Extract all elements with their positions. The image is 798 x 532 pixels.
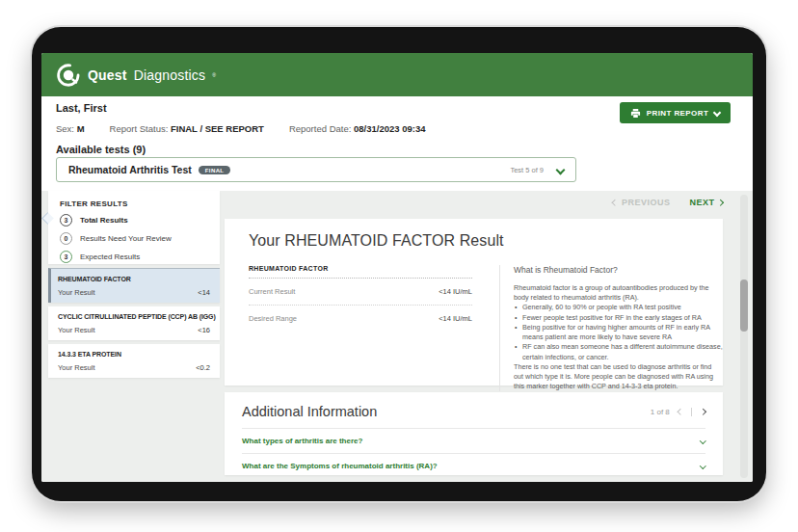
selected-test-name: Rheumatoid Arthritis Test <box>68 164 192 175</box>
previous-label: PREVIOUS <box>622 198 671 207</box>
info-body: Rheumatoid factor is a group of autoanti… <box>514 283 723 391</box>
additional-pagination: 1 of 8 <box>651 408 705 416</box>
additional-information-title: Additional Information <box>242 404 377 419</box>
report-status-label: Report Status: <box>110 123 169 134</box>
reported-date-value: 08/31/2023 09:34 <box>354 123 425 134</box>
marker-info-panel: What is Rheumatoid Factor? Rheumatoid fa… <box>499 265 723 391</box>
next-label: NEXT <box>689 198 714 207</box>
scrollbar-track[interactable] <box>740 195 748 478</box>
printer-icon <box>630 108 641 119</box>
filter-item-expected-results[interactable]: 3 Expected Results <box>60 251 208 263</box>
info-footer: There is no one test that can be used to… <box>514 362 723 392</box>
chevron-down-icon <box>556 165 566 174</box>
filter-item-label: Total Results <box>80 216 128 225</box>
result-label: Your Result <box>58 288 95 297</box>
row-value: <14 IU/mL <box>439 314 472 323</box>
test-position: Test 5 of 9 <box>510 166 544 174</box>
row-label: Desired Range <box>249 314 297 323</box>
previous-button[interactable]: PREVIOUS <box>613 198 670 207</box>
filter-results-title: FILTER RESULTS <box>60 200 208 208</box>
info-bullet: Generally, 60 to 90% or people with RA t… <box>514 303 723 312</box>
result-card-rheumatoid-factor[interactable]: RHEUMATOID FACTOR Your Result <14 <box>48 268 220 303</box>
logo-text-light: Diagnostics <box>134 67 206 83</box>
result-label: Your Result <box>58 326 95 334</box>
print-report-button[interactable]: PRINT REPORT <box>620 102 731 123</box>
result-table-header: RHEUMATOID FACTOR <box>249 265 472 279</box>
patient-name: Last, First <box>56 102 107 114</box>
filter-results-panel: FILTER RESULTS 3 Total Results 0 Results… <box>48 191 220 264</box>
filter-item-label: Results Need Your Review <box>80 234 172 243</box>
chevron-right-icon[interactable] <box>700 409 705 414</box>
results-region: FILTER RESULTS 3 Total Results 0 Results… <box>41 191 753 482</box>
info-bullet: Being positive for or having higher amou… <box>514 323 723 342</box>
additional-information-card: Additional Information 1 of 8 What types… <box>225 392 723 475</box>
patient-sex: Sex: M <box>56 123 85 134</box>
sex-value: M <box>77 123 85 134</box>
result-value: <14 <box>198 288 210 297</box>
report-status-value: FINAL / SEE REPORT <box>171 123 264 134</box>
pager-divider <box>691 408 692 416</box>
available-tests-heading: Available tests (9) <box>56 144 146 155</box>
filter-item-total-results[interactable]: 3 Total Results <box>60 214 208 226</box>
table-row-current-result: Current Result <14 IU/mL <box>249 279 472 306</box>
app-screen: QuestDiagnostics® Last, First Sex: M Rep… <box>41 53 753 482</box>
chevron-down-icon <box>713 109 721 117</box>
print-report-label: PRINT REPORT <box>647 109 708 118</box>
result-card-eta-protein[interactable]: 14.3.3 ETA PROTEIN Your Result <0.2 <box>48 344 220 378</box>
logo-text-bold: Quest <box>88 67 127 83</box>
chevron-down-icon <box>700 463 705 468</box>
logo-trademark: ® <box>212 72 216 78</box>
chevron-left-icon <box>612 200 618 205</box>
page-indicator: 1 of 8 <box>651 408 670 416</box>
table-row-desired-range: Desired Range <14 IU/mL <box>249 306 472 332</box>
result-name: 14.3.3 ETA PROTEIN <box>58 351 210 358</box>
count-badge: 0 <box>60 232 72 245</box>
test-selector-dropdown[interactable]: Rheumatoid Arthritis Test FINAL Test 5 o… <box>56 157 576 182</box>
question-label: What types of arthritis are there? <box>242 437 362 445</box>
result-name: RHEUMATOID FACTOR <box>58 276 210 282</box>
result-detail-title: Your RHEUMATOID FACTOR Result <box>249 232 723 250</box>
tablet-frame: QuestDiagnostics® Last, First Sex: M Rep… <box>32 27 766 501</box>
chevron-left-icon[interactable] <box>678 409 683 414</box>
info-bullet-list: Generally, 60 to 90% or people with RA t… <box>514 303 723 361</box>
quest-logo: QuestDiagnostics® <box>56 63 216 88</box>
info-title: What is Rheumatoid Factor? <box>514 265 723 275</box>
result-pagination-nav: PREVIOUS NEXT <box>613 198 723 207</box>
count-badge: 3 <box>60 214 72 226</box>
info-bullet: RF can also mean someone has a different… <box>514 342 723 361</box>
info-intro: Rheumatoid factor is a group of autoanti… <box>514 283 723 303</box>
patient-meta-row: Sex: M Report Status: FINAL / SEE REPORT… <box>56 123 425 134</box>
question-label: What are the Symptoms of rheumatoid arth… <box>242 462 438 470</box>
chevron-down-icon <box>700 438 705 443</box>
quest-q-icon <box>56 63 81 88</box>
sex-label: Sex: <box>56 123 74 134</box>
result-label: Your Result <box>58 363 95 372</box>
row-label: Current Result <box>249 287 295 296</box>
result-table: RHEUMATOID FACTOR Current Result <14 IU/… <box>249 265 472 391</box>
accordion-question-ra-symptoms[interactable]: What are the Symptoms of rheumatoid arth… <box>242 453 705 478</box>
scrollbar-thumb[interactable] <box>740 279 748 332</box>
results-sidebar: FILTER RESULTS 3 Total Results 0 Results… <box>48 191 220 378</box>
row-value: <14 IU/mL <box>439 287 472 296</box>
final-status-badge: FINAL <box>199 166 231 174</box>
info-bullet: Fewer people test positive for RF in the… <box>514 313 723 323</box>
selected-filter-arrow-icon <box>41 212 54 225</box>
app-header: QuestDiagnostics® <box>41 53 753 96</box>
filter-item-label: Expected Results <box>80 253 140 261</box>
reported-date: Reported Date: 08/31/2023 09:34 <box>289 123 426 134</box>
result-value: <16 <box>198 326 210 334</box>
filter-item-need-review[interactable]: 0 Results Need Your Review <box>60 232 208 245</box>
result-name: CYCLIC CITRULLINATED PEPTIDE (CCP) AB (I… <box>58 313 210 320</box>
count-badge: 3 <box>60 251 72 263</box>
accordion-question-types-of-arthritis[interactable]: What types of arthritis are there? <box>242 428 705 453</box>
result-card-ccp-ab[interactable]: CYCLIC CITRULLINATED PEPTIDE (CCP) AB (I… <box>48 306 220 340</box>
reported-date-label: Reported Date: <box>289 123 351 134</box>
next-button[interactable]: NEXT <box>689 198 723 207</box>
result-detail-card: Your RHEUMATOID FACTOR Result RHEUMATOID… <box>225 219 723 386</box>
chevron-right-icon <box>717 200 723 205</box>
report-status: Report Status: FINAL / SEE REPORT <box>110 123 264 134</box>
result-value: <0.2 <box>196 363 210 372</box>
